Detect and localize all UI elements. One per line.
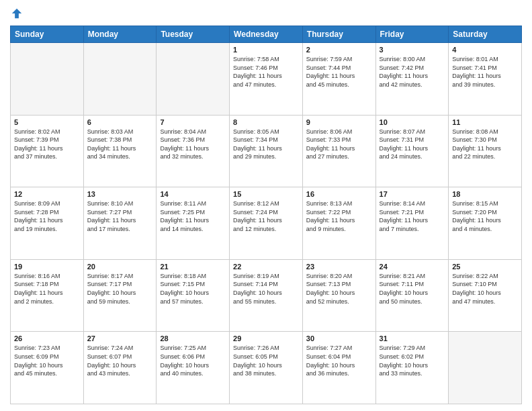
day-cell-28: 28Sunrise: 7:25 AM Sunset: 6:06 PM Dayli… <box>157 332 230 404</box>
day-cell-24: 24Sunrise: 8:21 AM Sunset: 7:11 PM Dayli… <box>375 259 449 332</box>
day-cell-19: 19Sunrise: 8:16 AM Sunset: 7:18 PM Dayli… <box>11 259 84 332</box>
day-info: Sunrise: 8:07 AM Sunset: 7:31 PM Dayligh… <box>380 128 445 161</box>
weekday-header-tuesday: Tuesday <box>157 26 230 43</box>
day-info: Sunrise: 8:02 AM Sunset: 7:39 PM Dayligh… <box>14 128 80 161</box>
day-info: Sunrise: 7:58 AM Sunset: 7:46 PM Dayligh… <box>233 55 299 89</box>
day-number: 18 <box>452 190 518 198</box>
day-info: Sunrise: 7:27 AM Sunset: 6:04 PM Dayligh… <box>306 344 372 377</box>
day-cell-11: 11Sunrise: 8:08 AM Sunset: 7:30 PM Dayli… <box>449 115 522 187</box>
day-cell-25: 25Sunrise: 8:22 AM Sunset: 7:10 PM Dayli… <box>449 259 522 332</box>
day-info: Sunrise: 7:23 AM Sunset: 6:09 PM Dayligh… <box>14 344 80 377</box>
day-number: 30 <box>306 334 372 342</box>
empty-cell <box>83 43 157 116</box>
day-number: 4 <box>452 46 518 54</box>
logo-icon <box>10 7 24 20</box>
day-info: Sunrise: 8:22 AM Sunset: 7:10 PM Dayligh… <box>452 272 518 306</box>
day-info: Sunrise: 7:59 AM Sunset: 7:44 PM Dayligh… <box>306 55 372 89</box>
day-info: Sunrise: 8:13 AM Sunset: 7:22 PM Dayligh… <box>306 199 372 233</box>
weekday-header-friday: Friday <box>375 26 449 43</box>
day-number: 31 <box>380 334 445 342</box>
day-cell-5: 5Sunrise: 8:02 AM Sunset: 7:39 PM Daylig… <box>11 115 84 187</box>
day-number: 19 <box>14 263 80 271</box>
weekday-header-monday: Monday <box>83 26 157 43</box>
day-cell-16: 16Sunrise: 8:13 AM Sunset: 7:22 PM Dayli… <box>302 187 375 260</box>
calendar-table: SundayMondayTuesdayWednesdayThursdayFrid… <box>10 26 522 404</box>
day-cell-7: 7Sunrise: 8:04 AM Sunset: 7:36 PM Daylig… <box>157 115 230 187</box>
page: SundayMondayTuesdayWednesdayThursdayFrid… <box>0 0 532 411</box>
day-cell-31: 31Sunrise: 7:29 AM Sunset: 6:02 PM Dayli… <box>375 332 449 404</box>
day-number: 26 <box>14 334 80 342</box>
day-info: Sunrise: 8:16 AM Sunset: 7:18 PM Dayligh… <box>14 272 80 306</box>
day-number: 20 <box>87 263 153 271</box>
day-cell-15: 15Sunrise: 8:12 AM Sunset: 7:24 PM Dayli… <box>230 187 303 260</box>
day-number: 5 <box>14 118 80 126</box>
day-cell-23: 23Sunrise: 8:20 AM Sunset: 7:13 PM Dayli… <box>302 259 375 332</box>
day-cell-13: 13Sunrise: 8:10 AM Sunset: 7:27 PM Dayli… <box>83 187 157 260</box>
day-cell-14: 14Sunrise: 8:11 AM Sunset: 7:25 PM Dayli… <box>157 187 230 260</box>
day-cell-4: 4Sunrise: 8:01 AM Sunset: 7:41 PM Daylig… <box>449 43 522 116</box>
day-cell-3: 3Sunrise: 8:00 AM Sunset: 7:42 PM Daylig… <box>375 43 449 116</box>
day-cell-30: 30Sunrise: 7:27 AM Sunset: 6:04 PM Dayli… <box>302 332 375 404</box>
day-number: 1 <box>233 46 299 54</box>
week-row-2: 12Sunrise: 8:09 AM Sunset: 7:28 PM Dayli… <box>11 187 522 260</box>
day-info: Sunrise: 8:00 AM Sunset: 7:42 PM Dayligh… <box>380 55 445 89</box>
day-info: Sunrise: 8:21 AM Sunset: 7:11 PM Dayligh… <box>380 272 445 306</box>
day-info: Sunrise: 8:04 AM Sunset: 7:36 PM Dayligh… <box>160 128 226 161</box>
day-cell-12: 12Sunrise: 8:09 AM Sunset: 7:28 PM Dayli… <box>11 187 84 260</box>
day-info: Sunrise: 8:19 AM Sunset: 7:14 PM Dayligh… <box>233 272 299 306</box>
day-cell-29: 29Sunrise: 7:26 AM Sunset: 6:05 PM Dayli… <box>230 332 303 404</box>
weekday-header-saturday: Saturday <box>449 26 522 43</box>
day-info: Sunrise: 8:10 AM Sunset: 7:27 PM Dayligh… <box>87 199 153 233</box>
weekday-header-sunday: Sunday <box>11 26 84 43</box>
day-number: 21 <box>160 263 226 271</box>
empty-cell <box>157 43 230 116</box>
day-cell-26: 26Sunrise: 7:23 AM Sunset: 6:09 PM Dayli… <box>11 332 84 404</box>
day-number: 3 <box>380 46 445 54</box>
day-info: Sunrise: 8:15 AM Sunset: 7:20 PM Dayligh… <box>452 199 518 233</box>
day-number: 8 <box>233 118 299 126</box>
day-info: Sunrise: 8:01 AM Sunset: 7:41 PM Dayligh… <box>452 55 518 89</box>
empty-cell <box>449 332 522 404</box>
day-info: Sunrise: 7:25 AM Sunset: 6:06 PM Dayligh… <box>160 344 226 377</box>
day-number: 28 <box>160 334 226 342</box>
day-number: 7 <box>160 118 226 126</box>
week-row-0: 1Sunrise: 7:58 AM Sunset: 7:46 PM Daylig… <box>11 43 522 116</box>
day-number: 17 <box>380 190 445 198</box>
header <box>10 7 522 20</box>
day-number: 9 <box>306 118 372 126</box>
day-info: Sunrise: 8:11 AM Sunset: 7:25 PM Dayligh… <box>160 199 226 233</box>
day-number: 22 <box>233 263 299 271</box>
week-row-3: 19Sunrise: 8:16 AM Sunset: 7:18 PM Dayli… <box>11 259 522 332</box>
day-number: 15 <box>233 190 299 198</box>
day-cell-9: 9Sunrise: 8:06 AM Sunset: 7:33 PM Daylig… <box>302 115 375 187</box>
day-cell-17: 17Sunrise: 8:14 AM Sunset: 7:21 PM Dayli… <box>375 187 449 260</box>
day-cell-8: 8Sunrise: 8:05 AM Sunset: 7:34 PM Daylig… <box>230 115 303 187</box>
day-number: 2 <box>306 46 372 54</box>
day-info: Sunrise: 7:29 AM Sunset: 6:02 PM Dayligh… <box>380 344 445 377</box>
day-number: 13 <box>87 190 153 198</box>
day-cell-18: 18Sunrise: 8:15 AM Sunset: 7:20 PM Dayli… <box>449 187 522 260</box>
day-info: Sunrise: 8:05 AM Sunset: 7:34 PM Dayligh… <box>233 128 299 161</box>
day-info: Sunrise: 8:09 AM Sunset: 7:28 PM Dayligh… <box>14 199 80 233</box>
day-info: Sunrise: 7:24 AM Sunset: 6:07 PM Dayligh… <box>87 344 153 377</box>
day-info: Sunrise: 8:20 AM Sunset: 7:13 PM Dayligh… <box>306 272 372 306</box>
day-number: 14 <box>160 190 226 198</box>
svg-marker-0 <box>12 9 21 18</box>
day-info: Sunrise: 8:06 AM Sunset: 7:33 PM Dayligh… <box>306 128 372 161</box>
day-cell-22: 22Sunrise: 8:19 AM Sunset: 7:14 PM Dayli… <box>230 259 303 332</box>
logo <box>10 7 26 20</box>
day-info: Sunrise: 8:14 AM Sunset: 7:21 PM Dayligh… <box>380 199 445 233</box>
weekday-header-row: SundayMondayTuesdayWednesdayThursdayFrid… <box>11 26 522 43</box>
day-number: 25 <box>452 263 518 271</box>
week-row-1: 5Sunrise: 8:02 AM Sunset: 7:39 PM Daylig… <box>11 115 522 187</box>
day-number: 27 <box>87 334 153 342</box>
day-number: 16 <box>306 190 372 198</box>
day-cell-27: 27Sunrise: 7:24 AM Sunset: 6:07 PM Dayli… <box>83 332 157 404</box>
day-number: 6 <box>87 118 153 126</box>
day-info: Sunrise: 8:18 AM Sunset: 7:15 PM Dayligh… <box>160 272 226 306</box>
empty-cell <box>11 43 84 116</box>
day-cell-20: 20Sunrise: 8:17 AM Sunset: 7:17 PM Dayli… <box>83 259 157 332</box>
day-number: 12 <box>14 190 80 198</box>
day-info: Sunrise: 7:26 AM Sunset: 6:05 PM Dayligh… <box>233 344 299 377</box>
weekday-header-thursday: Thursday <box>302 26 375 43</box>
